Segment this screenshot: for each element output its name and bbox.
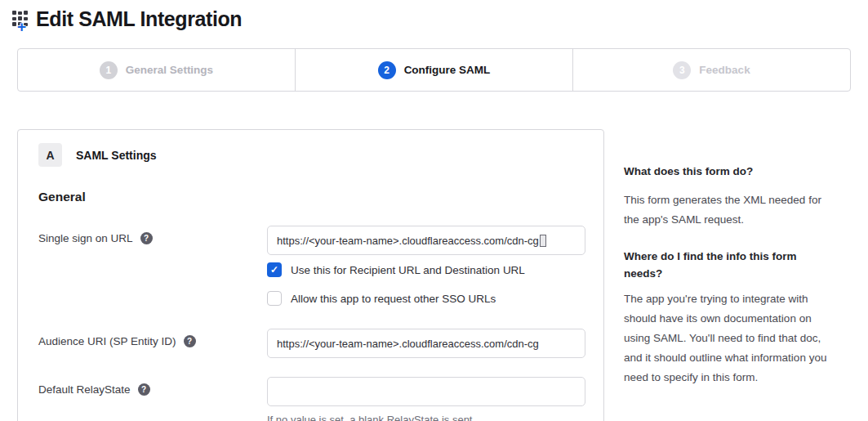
help-answer-2: The app you're trying to integrate with … <box>624 289 830 387</box>
sso-url-controls: https://<your-team-name>.cloudflareacces… <box>267 226 585 306</box>
step-number-badge: 1 <box>100 61 118 79</box>
wizard-step-configure-saml[interactable]: 2 Configure SAML <box>295 49 572 91</box>
recipient-url-checkbox[interactable]: ✓ <box>267 262 282 277</box>
wizard-steps: 1 General Settings 2 Configure SAML 3 Fe… <box>17 48 851 92</box>
other-sso-checkbox[interactable] <box>267 291 282 306</box>
step-number-badge: 2 <box>378 61 396 79</box>
other-sso-checkbox-row: Allow this app to request other SSO URLs <box>267 291 585 306</box>
audience-uri-input-value: https://<your-team-name>.cloudflareacces… <box>277 338 539 350</box>
section-header: A SAML Settings <box>38 143 584 167</box>
help-sidebar: What does this form do? This form genera… <box>624 129 830 387</box>
sso-url-help-icon[interactable]: ? <box>140 232 153 244</box>
sso-url-input-value: https://<your-team-name>.cloudflareacces… <box>277 235 539 247</box>
add-app-grid-icon: + <box>11 8 33 30</box>
step-label: Configure SAML <box>404 64 491 76</box>
section-title: SAML Settings <box>76 149 157 162</box>
step-number-badge: 3 <box>673 61 691 79</box>
section-letter-badge: A <box>38 143 62 167</box>
step-label: General Settings <box>126 64 213 76</box>
wizard-step-feedback[interactable]: 3 Feedback <box>572 49 850 91</box>
edit-saml-integration-page: + Edit SAML Integration 1 General Settin… <box>0 0 868 421</box>
help-question-2: Where do I find the info this form needs… <box>624 248 830 282</box>
audience-uri-help-icon[interactable]: ? <box>184 335 196 347</box>
text-cursor <box>540 235 546 247</box>
saml-settings-panel: A SAML Settings General Single sign on U… <box>17 129 604 421</box>
wizard-step-general-settings[interactable]: 1 General Settings <box>18 49 295 91</box>
audience-uri-controls: https://<your-team-name>.cloudflareacces… <box>267 329 585 358</box>
content-area: A SAML Settings General Single sign on U… <box>17 129 868 421</box>
relay-state-label: Default RelayState <box>38 383 131 396</box>
relay-state-label-col: Default RelayState ? <box>38 377 267 396</box>
recipient-url-checkbox-label: Use this for Recipient URL and Destinati… <box>291 264 525 276</box>
audience-uri-input[interactable]: https://<your-team-name>.cloudflareacces… <box>267 329 585 358</box>
plus-icon: + <box>17 19 26 34</box>
recipient-url-checkbox-row: ✓ Use this for Recipient URL and Destina… <box>267 262 585 277</box>
page-title: Edit SAML Integration <box>36 7 242 31</box>
relay-state-field-row: Default RelayState ? If no value is set,… <box>38 377 584 421</box>
checkmark-icon: ✓ <box>270 265 278 275</box>
relay-state-input[interactable] <box>267 377 585 406</box>
sso-url-label: Single sign on URL <box>38 232 133 244</box>
relay-state-help-icon[interactable]: ? <box>138 383 150 396</box>
general-group-heading: General <box>38 190 584 204</box>
sso-url-input[interactable]: https://<your-team-name>.cloudflareacces… <box>267 226 585 255</box>
relay-state-hint: If no value is set, a blank RelayState i… <box>267 414 585 421</box>
other-sso-checkbox-label: Allow this app to request other SSO URLs <box>291 293 496 305</box>
page-header: + Edit SAML Integration <box>0 0 868 31</box>
sso-url-field-row: Single sign on URL ? https://<your-team-… <box>38 226 584 306</box>
audience-uri-field-row: Audience URI (SP Entity ID) ? https://<y… <box>38 329 584 358</box>
help-answer-1: This form generates the XML needed for t… <box>624 190 830 230</box>
audience-uri-label: Audience URI (SP Entity ID) <box>38 335 176 347</box>
relay-state-controls: If no value is set, a blank RelayState i… <box>267 377 585 421</box>
step-label: Feedback <box>699 64 750 76</box>
audience-uri-label-col: Audience URI (SP Entity ID) ? <box>38 329 267 347</box>
help-question-1: What does this form do? <box>624 163 830 180</box>
sso-url-label-col: Single sign on URL ? <box>38 226 267 244</box>
